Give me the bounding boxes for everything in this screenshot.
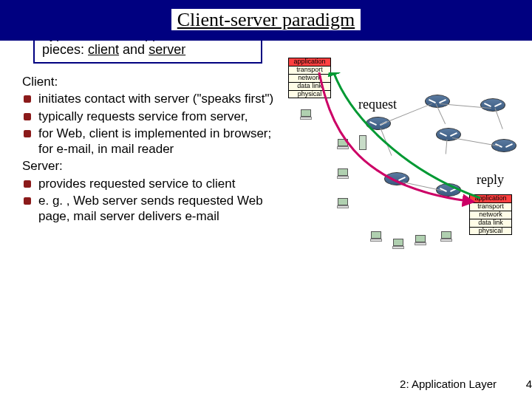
client-heading: Client:	[22, 74, 281, 89]
computer-icon	[299, 109, 313, 121]
list-item: provides requested service to client	[22, 176, 281, 191]
server-icon	[358, 135, 367, 147]
client-list: initiates contact with server ("speaks f…	[22, 91, 281, 157]
router-icon	[480, 98, 505, 112]
computer-icon	[369, 231, 383, 243]
subtitle-client: client	[88, 42, 119, 57]
list-item: initiates contact with server ("speaks f…	[22, 91, 281, 106]
list-item: e. g. , Web server sends requested Web p…	[22, 193, 281, 225]
list-item: for Web, client is implemented in browse…	[22, 126, 281, 157]
client-stack: application transport network data link …	[288, 58, 331, 98]
router-icon	[384, 172, 409, 185]
footer-text: 2: Application Layer	[400, 378, 497, 390]
stack-layer: physical	[289, 91, 330, 98]
server-heading: Server:	[22, 158, 281, 174]
subtitle-text-2: and	[119, 42, 149, 57]
reply-label: reply	[477, 172, 504, 188]
stack-layer: data link	[470, 219, 511, 228]
computer-icon	[336, 139, 349, 151]
page-number: 4	[510, 378, 532, 390]
list-item: typically requests service from server,	[22, 109, 281, 124]
computer-icon	[414, 235, 427, 247]
router-icon	[366, 117, 391, 130]
request-label: request	[358, 97, 397, 112]
computer-icon	[336, 168, 349, 180]
subtitle-server: server	[149, 42, 185, 57]
stack-layer: data link	[289, 83, 330, 91]
server-list: provides requested service to client e. …	[22, 176, 281, 225]
computer-icon	[336, 198, 349, 210]
text-column: Client: initiates contact with server ("…	[22, 72, 281, 225]
computer-icon	[440, 231, 453, 243]
computer-icon	[392, 239, 405, 250]
server-stack: application transport network data link …	[469, 194, 512, 235]
slide-title: Client-server paradigm	[171, 9, 361, 30]
stack-layer: physical	[470, 228, 511, 235]
diagram-area: application transport network data link …	[288, 72, 525, 225]
